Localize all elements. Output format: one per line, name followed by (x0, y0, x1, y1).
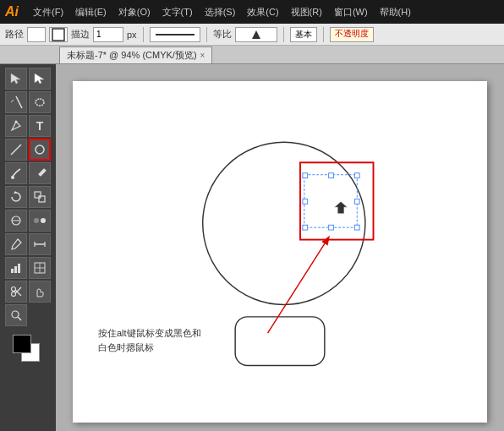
document-tab[interactable]: 未标题-7* @ 94% (CMYK/预览) × (59, 46, 212, 63)
tab-bar: 未标题-7* @ 94% (CMYK/预览) × (0, 46, 504, 64)
ratio-selector[interactable] (235, 27, 277, 42)
type-tool[interactable]: T (29, 115, 51, 137)
options-bar: 路径 描边 px 等比 基本 不透明度 (0, 24, 504, 46)
magic-wand-tool[interactable] (5, 91, 27, 113)
menu-select[interactable]: 选择(S) (200, 4, 240, 20)
title-bar: Ai 文件(F) 编辑(E) 对象(O) 文字(T) 选择(S) 效果(C) 视… (0, 0, 504, 24)
svg-marker-2 (252, 30, 260, 39)
scale-tool[interactable] (29, 186, 51, 208)
eyedropper-tool[interactable] (5, 233, 27, 255)
menu-window[interactable]: 窗口(W) (330, 4, 372, 20)
stroke-color[interactable] (49, 27, 68, 42)
measure-tool[interactable] (29, 233, 51, 255)
separator-4 (323, 27, 324, 42)
svg-rect-40 (354, 173, 359, 178)
svg-rect-0 (52, 29, 64, 41)
direct-select-tool[interactable] (29, 68, 51, 90)
svg-marker-4 (35, 74, 44, 84)
opacity-button[interactable]: 不透明度 (330, 27, 374, 42)
tool-row-4 (5, 139, 51, 161)
canvas-paper: 按住alt键鼠标变成黑色和 白色时摁鼠标 (73, 81, 487, 423)
empty-tool (29, 304, 51, 326)
svg-point-35 (203, 142, 365, 304)
svg-point-7 (36, 99, 44, 106)
line-tool[interactable] (5, 139, 27, 161)
svg-line-48 (268, 243, 325, 333)
drawing-layer (73, 81, 487, 423)
svg-rect-12 (38, 168, 47, 177)
warp-tool[interactable] (5, 210, 27, 232)
svg-point-11 (11, 176, 14, 179)
tab-close-button[interactable]: × (200, 51, 205, 60)
tool-row-3: T (5, 115, 51, 137)
svg-marker-46 (334, 201, 347, 213)
tool-row-1 (5, 68, 51, 90)
svg-rect-24 (14, 266, 17, 273)
main-area: T (0, 64, 504, 431)
menu-object[interactable]: 对象(O) (114, 4, 155, 20)
graph-tool[interactable] (5, 257, 27, 279)
ratio-label: 等比 (213, 28, 232, 41)
select-tool[interactable] (5, 68, 27, 90)
svg-line-5 (16, 96, 22, 108)
svg-line-34 (18, 317, 21, 320)
svg-rect-41 (303, 199, 308, 205)
svg-rect-36 (235, 317, 325, 366)
menu-effect[interactable]: 效果(C) (243, 4, 282, 20)
app-logo: Ai (5, 4, 19, 19)
tool-row-6 (5, 186, 51, 208)
grid-tool[interactable] (29, 257, 51, 279)
zoom-tool[interactable] (5, 304, 27, 326)
separator-3 (283, 27, 284, 42)
tool-row-10 (5, 281, 51, 303)
pen-tool[interactable] (5, 115, 27, 137)
separator-1 (143, 27, 144, 42)
scissors-tool[interactable] (5, 281, 27, 303)
hand-tool[interactable] (29, 281, 51, 303)
paintbrush-tool[interactable] (5, 162, 27, 184)
toolbar: T (0, 64, 56, 431)
stroke-width-input[interactable] (93, 27, 123, 42)
svg-rect-25 (18, 264, 20, 273)
svg-line-6 (11, 100, 14, 102)
stroke-unit: px (127, 30, 137, 40)
svg-point-10 (36, 145, 44, 154)
opacity-label: 不透明度 (335, 29, 369, 38)
svg-point-29 (12, 287, 16, 292)
svg-rect-42 (354, 199, 359, 205)
path-label: 路径 (5, 28, 24, 41)
menu-text[interactable]: 文字(T) (158, 4, 197, 20)
svg-rect-44 (329, 225, 334, 230)
menu-view[interactable]: 视图(R) (287, 4, 326, 20)
separator-2 (206, 27, 207, 42)
pencil-tool[interactable] (29, 162, 51, 184)
ellipse-tool[interactable] (29, 139, 51, 161)
svg-rect-45 (354, 225, 359, 230)
rotate-tool[interactable] (5, 186, 27, 208)
fill-color[interactable] (27, 27, 46, 42)
annotation-text: 按住alt键鼠标变成黑色和 白色时摁鼠标 (98, 326, 201, 354)
svg-point-33 (12, 311, 19, 318)
canvas-area: 按住alt键鼠标变成黑色和 白色时摁鼠标 (56, 64, 504, 431)
stroke-line-style[interactable] (150, 27, 200, 42)
tool-row-9 (5, 257, 51, 279)
basic-label: 基本 (295, 29, 312, 41)
blend-tool[interactable] (29, 210, 51, 232)
lasso-tool[interactable] (29, 91, 51, 113)
color-swatches[interactable] (13, 335, 43, 365)
svg-point-30 (12, 292, 16, 297)
menu-help[interactable]: 帮助(H) (375, 4, 415, 20)
foreground-black[interactable] (13, 335, 31, 353)
svg-rect-39 (329, 173, 334, 178)
svg-rect-15 (39, 196, 45, 202)
basic-box[interactable]: 基本 (290, 27, 317, 42)
svg-point-19 (41, 218, 46, 223)
tool-row-7 (5, 210, 51, 232)
svg-line-9 (11, 145, 21, 155)
svg-rect-38 (303, 173, 308, 178)
menu-file[interactable]: 文件(F) (29, 4, 68, 20)
menu-edit[interactable]: 编辑(E) (71, 4, 111, 20)
svg-point-18 (34, 218, 39, 223)
svg-rect-23 (11, 269, 14, 273)
stroke-label: 描边 (71, 28, 90, 41)
